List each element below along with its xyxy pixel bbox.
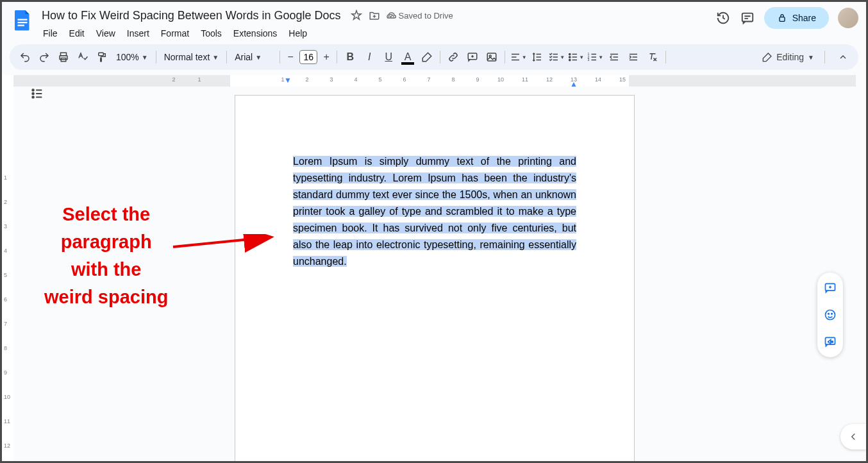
document-area: 12345678910111213 2112345678910111213141… — [2, 75, 866, 461]
font-select[interactable]: Arial▼ — [231, 49, 276, 65]
menu-tools[interactable]: Tools — [196, 26, 227, 41]
menu-view[interactable]: View — [91, 26, 121, 41]
share-label: Share — [792, 13, 816, 23]
svg-line-27 — [173, 237, 269, 247]
font-size-input[interactable] — [299, 50, 317, 64]
title-area: How to Fix Weird Spacing Between Words i… — [38, 7, 715, 42]
svg-point-20 — [32, 93, 34, 95]
add-comment-icon[interactable] — [821, 279, 839, 297]
history-icon[interactable] — [715, 10, 731, 26]
increase-font-button[interactable]: + — [320, 51, 333, 63]
svg-rect-3 — [742, 13, 753, 22]
highlight-button[interactable] — [418, 48, 436, 66]
save-status[interactable]: Saved to Drive — [386, 10, 453, 21]
decrease-font-button[interactable]: − — [284, 51, 297, 63]
svg-rect-8 — [99, 53, 104, 56]
numbered-list-button[interactable]: 123▼ — [586, 48, 604, 66]
menu-edit[interactable]: Edit — [64, 26, 90, 41]
svg-rect-1 — [18, 22, 28, 23]
underline-button[interactable]: U — [380, 48, 397, 66]
move-icon[interactable] — [368, 9, 381, 22]
star-icon[interactable] — [350, 9, 363, 22]
menu-insert[interactable]: Insert — [122, 26, 154, 41]
menu-file[interactable]: File — [38, 26, 63, 41]
text-color-button[interactable]: A — [399, 48, 417, 66]
menu-bar: File Edit View Insert Format Tools Exten… — [38, 25, 715, 42]
svg-text:3: 3 — [588, 58, 590, 62]
decrease-indent-button[interactable] — [605, 48, 623, 66]
header-right: Share — [715, 7, 858, 29]
annotation-text: Select the paragraph with the weird spac… — [44, 201, 168, 311]
comments-icon[interactable] — [740, 10, 755, 26]
suggest-edits-icon[interactable] — [821, 333, 839, 351]
comment-toolbar — [817, 273, 843, 357]
insert-image-button[interactable] — [483, 48, 501, 66]
bulleted-list-button[interactable]: ▼ — [567, 48, 585, 66]
paragraph[interactable]: Lorem Ipsum is simply dummy text of the … — [293, 153, 576, 271]
mode-label: Editing — [776, 52, 804, 62]
svg-point-21 — [32, 96, 34, 98]
menu-format[interactable]: Format — [156, 26, 194, 41]
svg-rect-9 — [101, 58, 102, 62]
svg-point-15 — [569, 59, 571, 60]
share-button[interactable]: Share — [764, 7, 829, 29]
spellcheck-button[interactable] — [74, 48, 92, 66]
font-size-group: − + — [284, 50, 333, 64]
mode-select[interactable]: Editing ▼ — [756, 49, 821, 65]
page[interactable]: Lorem Ipsum is simply dummy text of the … — [235, 96, 634, 461]
menu-help[interactable]: Help — [283, 26, 312, 41]
svg-rect-0 — [18, 19, 28, 21]
emoji-reaction-icon[interactable] — [821, 306, 839, 324]
save-status-text: Saved to Drive — [399, 11, 453, 21]
undo-button[interactable] — [16, 48, 34, 66]
add-comment-button[interactable] — [463, 48, 481, 66]
docs-logo[interactable] — [10, 7, 35, 33]
svg-point-25 — [831, 314, 833, 315]
collapse-toolbar-button[interactable] — [834, 48, 852, 66]
avatar[interactable] — [838, 8, 858, 28]
svg-rect-11 — [487, 53, 496, 61]
paint-format-button[interactable] — [93, 48, 111, 66]
selected-text: Lorem Ipsum is simply dummy text of the … — [293, 156, 576, 267]
annotation-arrow-icon — [170, 234, 279, 260]
svg-point-23 — [826, 310, 835, 320]
svg-rect-2 — [18, 25, 25, 26]
italic-button[interactable]: I — [360, 48, 378, 66]
svg-point-13 — [569, 53, 571, 55]
zoom-select[interactable]: 100%▼ — [112, 49, 152, 65]
redo-button[interactable] — [35, 48, 53, 66]
insert-link-button[interactable] — [444, 48, 462, 66]
svg-point-19 — [32, 89, 34, 91]
toolbar: 100%▼ Normal text▼ Arial▼ − + B I U A ▼ … — [10, 44, 858, 70]
svg-point-14 — [569, 56, 571, 58]
vertical-ruler[interactable]: 12345678910111213 — [2, 75, 13, 461]
print-button[interactable] — [54, 48, 72, 66]
clear-formatting-button[interactable] — [644, 48, 662, 66]
align-button[interactable]: ▼ — [509, 48, 527, 66]
svg-rect-4 — [780, 17, 785, 22]
explore-button[interactable] — [840, 424, 866, 450]
increase-indent-button[interactable] — [624, 48, 642, 66]
doc-title[interactable]: How to Fix Weird Spacing Between Words i… — [38, 8, 345, 24]
outline-toggle-icon[interactable] — [28, 84, 47, 103]
horizontal-ruler[interactable]: 21123456789101112131415▼▲ — [13, 75, 856, 87]
bold-button[interactable]: B — [341, 48, 359, 66]
menu-extensions[interactable]: Extensions — [228, 26, 282, 41]
svg-point-24 — [828, 314, 830, 315]
checklist-button[interactable]: ▼ — [547, 48, 565, 66]
header: How to Fix Weird Spacing Between Words i… — [2, 2, 866, 42]
line-spacing-button[interactable] — [528, 48, 546, 66]
styles-select[interactable]: Normal text▼ — [160, 49, 222, 65]
